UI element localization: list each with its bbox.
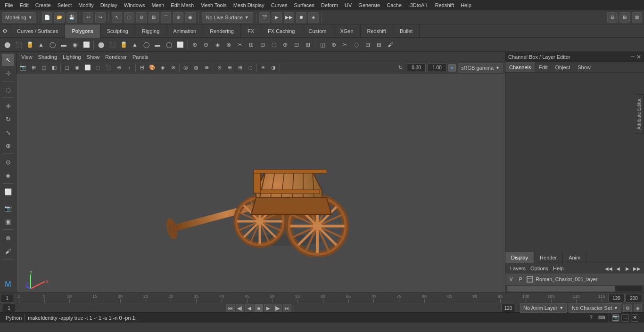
extrude-tool[interactable]: ⊕	[190, 40, 200, 50]
paint-tool[interactable]: 🖌	[385, 40, 396, 50]
redo-button[interactable]: ↪	[95, 12, 106, 23]
uv-map-tool[interactable]: ⊞	[374, 40, 384, 50]
menu-3dtoall[interactable]: -3DtoAll-	[405, 1, 431, 9]
vp-flat[interactable]: ⬜	[83, 63, 92, 73]
vp-lighting-menu[interactable]: Lighting	[61, 53, 83, 61]
soft-mod-tool[interactable]: ⊙	[2, 156, 14, 168]
uv-cut-tool[interactable]: ✂	[340, 40, 350, 50]
cylinder-tool[interactable]: 🥫	[25, 40, 35, 50]
boolean-union-tool[interactable]: ⊕	[280, 40, 290, 50]
help-line-button[interactable]: ?	[587, 314, 595, 322]
panel-4view-button[interactable]: ⊞	[619, 12, 630, 23]
object-tab[interactable]: Object	[551, 62, 574, 72]
menu-help[interactable]: Help	[458, 1, 474, 9]
live-surface-button[interactable]: No Live Surface ▼	[202, 12, 253, 23]
nurbs-torus-tool[interactable]: ◯	[141, 40, 151, 50]
go-end-button[interactable]: ⏭	[283, 304, 291, 312]
menu-redshift[interactable]: Redshift	[432, 1, 457, 9]
layers-scroll-prev[interactable]: ◀	[614, 264, 622, 273]
vp-points[interactable]: ⊕	[114, 63, 124, 73]
ipr-button[interactable]: ⏺	[296, 12, 306, 23]
nurbs-circle-tool[interactable]: ◯	[164, 40, 174, 50]
show-tab[interactable]: Show	[574, 62, 594, 72]
panel-options-button[interactable]: ⊠	[632, 12, 642, 23]
menu-create[interactable]: Create	[33, 1, 54, 9]
display-prefs-button[interactable]: ◈	[308, 12, 319, 23]
menu-file[interactable]: File	[2, 1, 16, 9]
snap-grid-button[interactable]: ⊞	[149, 12, 159, 23]
bridge-tool[interactable]: ⊖	[201, 40, 211, 50]
menu-windows[interactable]: Windows	[121, 1, 148, 9]
menu-mesh-tools[interactable]: Mesh Tools	[198, 1, 229, 9]
vp-gate-mask[interactable]: ◧	[50, 63, 59, 73]
play-fwd-button[interactable]: ▶	[264, 304, 272, 312]
tab-bullet[interactable]: Bullet	[393, 24, 420, 38]
step-back-button[interactable]: ◀|	[236, 304, 244, 312]
frame-start-field[interactable]: 1	[2, 304, 16, 312]
multi-select-button[interactable]: ⊹	[2, 67, 14, 79]
play-back-button[interactable]: ◀	[245, 304, 254, 312]
uv-transfer-tool[interactable]: ⊟	[363, 40, 373, 50]
rivet-tool[interactable]: ⊗	[2, 232, 14, 244]
range-end-field[interactable]: 120	[608, 294, 625, 302]
plane-tool[interactable]: ▬	[58, 40, 69, 50]
menu-display[interactable]: Display	[98, 1, 120, 9]
vp-renderer-menu[interactable]: Renderer	[103, 53, 129, 61]
tab-curves-surfaces[interactable]: Curves / Surfaces	[10, 24, 65, 38]
split-tool[interactable]: ✂	[235, 40, 245, 50]
render-view-button[interactable]: 🎬	[259, 12, 270, 23]
vp-uv-display[interactable]: ⊟	[137, 63, 147, 73]
tab-rendering[interactable]: Rendering	[203, 24, 241, 38]
current-frame-field[interactable]: 1	[0, 294, 14, 302]
layers-options-menu[interactable]: Options	[528, 265, 550, 272]
minimize-window-button[interactable]: ─	[621, 314, 629, 322]
tab-polygons[interactable]: Polygons	[65, 24, 100, 38]
layers-scroll-left[interactable]: ◀◀	[604, 264, 613, 273]
display-tab[interactable]: Display	[505, 252, 534, 263]
vp-normals[interactable]: ↑	[124, 63, 134, 73]
vp-scale-field[interactable]	[428, 64, 446, 72]
merge-tool[interactable]: ⊗	[223, 40, 234, 50]
tab-redshift[interactable]: Redshift	[361, 24, 393, 38]
vp-bounding[interactable]: ⬛	[104, 63, 113, 73]
vp-shading-menu[interactable]: Shading	[36, 53, 59, 61]
sculpt-tool[interactable]: 🖌	[2, 245, 14, 257]
menu-modify[interactable]: Modify	[75, 1, 96, 9]
menu-mesh-display[interactable]: Mesh Display	[231, 1, 267, 9]
open-file-button[interactable]: 📂	[54, 12, 65, 23]
ruler[interactable]: 1510152025303540455055606570758085909510…	[14, 293, 606, 303]
menu-select[interactable]: Select	[55, 1, 75, 9]
scale-tool[interactable]: ⤡	[2, 126, 14, 138]
layers-scroll-next[interactable]: ▶	[623, 264, 632, 273]
torus-tool[interactable]: ◯	[47, 40, 58, 50]
vp-rot-field[interactable]	[407, 64, 426, 72]
tab-fx[interactable]: FX	[241, 24, 261, 38]
vp-film-gate[interactable]: ◫	[39, 63, 49, 73]
nurbs-sphere-tool[interactable]: ⬤	[96, 40, 106, 50]
show-manip-tool[interactable]: ◈	[2, 169, 14, 181]
layer-playback[interactable]: P	[517, 275, 524, 283]
vp-smooth2[interactable]: ◌	[246, 63, 255, 73]
snap-point-button[interactable]: ⊕	[173, 12, 183, 23]
universal-tool[interactable]: ⊕	[2, 139, 14, 152]
camera-tool[interactable]: 📷	[2, 202, 14, 214]
layer-visibility[interactable]: V	[507, 275, 515, 283]
vp-crease[interactable]: ⊞	[235, 63, 245, 73]
tab-settings-button[interactable]: ⚙	[0, 24, 10, 38]
tab-xgen[interactable]: XGen	[333, 24, 360, 38]
nurbs-cylinder-tool[interactable]: 🥫	[118, 40, 129, 50]
taskbar-item[interactable]: 📷	[612, 314, 619, 322]
panel-close-button[interactable]: ✕	[636, 54, 641, 60]
menu-mesh[interactable]: Mesh	[149, 1, 167, 9]
frame-end-field[interactable]: 120	[501, 304, 515, 312]
vp-color-mode[interactable]: ●	[448, 64, 456, 72]
snap-curve-button[interactable]: ⌒	[161, 12, 171, 23]
menu-surfaces[interactable]: Surfaces	[291, 1, 317, 9]
menu-uv[interactable]: UV	[342, 1, 355, 9]
anim-prefs-button[interactable]: ⚙	[623, 304, 632, 312]
panel-minimize-button[interactable]: ─	[631, 54, 635, 60]
tab-sculpting[interactable]: Sculpting	[100, 24, 135, 38]
menu-edit-mesh[interactable]: Edit Mesh	[168, 1, 197, 9]
paint-select-button[interactable]: ⊙	[136, 12, 147, 23]
tab-rigging[interactable]: Rigging	[135, 24, 166, 38]
